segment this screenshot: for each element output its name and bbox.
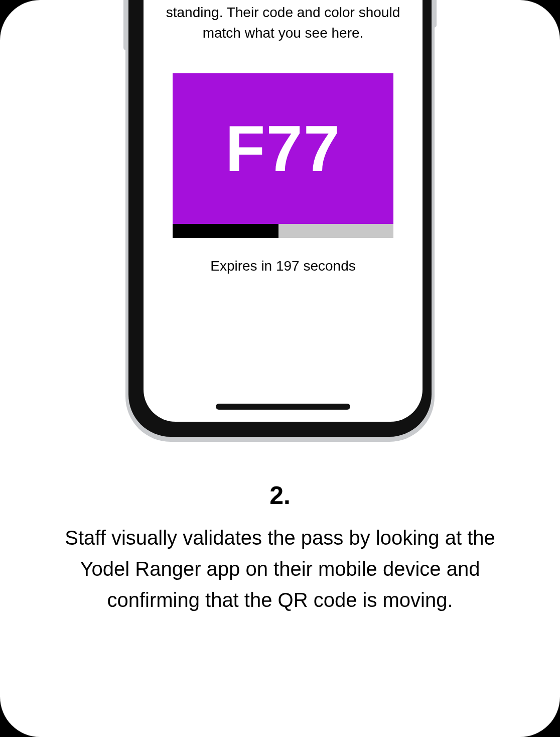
- validator-code-block: F77: [173, 73, 393, 224]
- phone-side-button-left: [123, 0, 128, 50]
- home-indicator-icon: [216, 404, 350, 410]
- validator-instruction-text: Use the visual validator to verify passe…: [144, 0, 423, 43]
- phone-screen: Use the visual validator to verify passe…: [144, 0, 423, 422]
- phone-side-button-right: [432, 0, 437, 28]
- expiry-progress-track: [173, 224, 393, 238]
- step-description: Staff visually validates the pass by loo…: [0, 522, 560, 616]
- phone-mock-frame: Use the visual validator to verify passe…: [125, 0, 435, 412]
- phone-body: Use the visual validator to verify passe…: [128, 0, 432, 437]
- expires-countdown-text: Expires in 197 seconds: [210, 258, 356, 274]
- onboarding-card: Use the visual validator to verify passe…: [0, 0, 560, 737]
- step-number: 2.: [269, 481, 291, 510]
- expiry-progress-fill: [173, 224, 278, 238]
- validator-code-text: F77: [225, 111, 341, 186]
